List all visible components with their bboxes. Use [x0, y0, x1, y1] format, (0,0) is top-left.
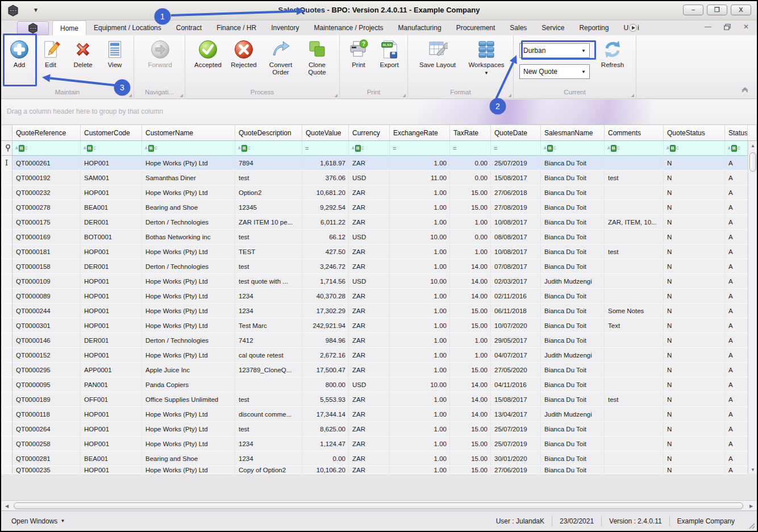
- filter-cell-customercode[interactable]: ABC: [81, 141, 142, 155]
- cell-exchangerate[interactable]: 1.00: [390, 289, 450, 303]
- application-menu-button[interactable]: [17, 21, 49, 35]
- cell-currency[interactable]: ZAR: [349, 289, 390, 303]
- edit-button[interactable]: Edit: [35, 38, 66, 69]
- cell-salesmanname[interactable]: Bianca Du Toit: [541, 363, 605, 377]
- cell-exchangerate[interactable]: 1.00: [390, 407, 450, 421]
- cell-customername[interactable]: Hope Works (Pty) Ltd: [142, 244, 235, 259]
- filter-pin-icon[interactable]: [1, 141, 13, 155]
- cell-quotedate[interactable]: 10/07/2020: [491, 318, 541, 332]
- cell-quotevalue[interactable]: 8,625.00: [302, 422, 349, 436]
- cell-customercode[interactable]: HOP001: [81, 304, 142, 318]
- cell-customername[interactable]: Bearing and Shoe: [142, 200, 235, 214]
- cell-quotevalue[interactable]: 66.12: [302, 230, 349, 244]
- cell-quotereference[interactable]: QT0000146: [13, 333, 81, 347]
- cell-quotereference[interactable]: QT0000175: [13, 215, 81, 229]
- tab-inventory[interactable]: Inventory: [264, 20, 306, 35]
- mdi-close-icon[interactable]: ✕: [743, 23, 749, 30]
- cell-customername[interactable]: Derton / Technologies: [142, 259, 235, 273]
- cell-salesmanname[interactable]: Bianca Du Toit: [541, 156, 605, 170]
- cell-customername[interactable]: Hope Works (Pty) Ltd: [142, 156, 235, 170]
- cell-customercode[interactable]: DER001: [81, 333, 142, 347]
- cell-quotedate[interactable]: 27/08/2019: [491, 200, 541, 214]
- cell-quotestatus[interactable]: N: [664, 156, 725, 170]
- cell-customercode[interactable]: SAM001: [81, 171, 142, 185]
- cell-taxrate[interactable]: 15.00: [450, 451, 491, 466]
- cell-taxrate[interactable]: 14.00: [450, 377, 491, 392]
- cell-quotedate[interactable]: 04/07/2017: [491, 348, 541, 362]
- cell-customername[interactable]: Panda Copiers: [142, 377, 235, 392]
- cell-salesmanname[interactable]: Bianca Du Toit: [541, 377, 605, 392]
- cell-quotevalue[interactable]: 17,344.14: [302, 407, 349, 421]
- cell-currency[interactable]: ZAR: [349, 392, 390, 406]
- filter-cell-status[interactable]: ABC: [725, 141, 748, 155]
- cell-salesmanname[interactable]: Bianca Du Toit: [541, 259, 605, 273]
- filter-cell-salesmanname[interactable]: ABC: [541, 141, 605, 155]
- cell-customername[interactable]: Hope Works (Pty) Ltd: [142, 274, 235, 288]
- cell-quotereference[interactable]: QT0000244: [13, 304, 81, 318]
- convert-order-button[interactable]: Convert Order: [261, 38, 300, 76]
- cell-comments[interactable]: [605, 289, 664, 303]
- cell-quotevalue[interactable]: 3,246.72: [302, 259, 349, 273]
- column-header-currency[interactable]: Currency: [349, 125, 390, 140]
- filter-cell-quotedate[interactable]: =: [491, 141, 541, 155]
- cell-quotedescription[interactable]: Copy of Option2: [235, 466, 302, 473]
- table-row[interactable]: QT0000158DER001Derton / Technologiestest…: [1, 259, 757, 274]
- cell-quotereference[interactable]: QT0000301: [13, 318, 81, 332]
- ribbon-collapse-icon[interactable]: [741, 85, 749, 95]
- vertical-scroll-thumb[interactable]: [749, 152, 756, 172]
- cell-comments[interactable]: [605, 156, 664, 170]
- cell-taxrate[interactable]: 15.00: [450, 318, 491, 332]
- cell-customername[interactable]: Derton / Technologies: [142, 333, 235, 347]
- cell-customercode[interactable]: HOP001: [81, 422, 142, 436]
- cell-salesmanname[interactable]: Bianca Du Toit: [541, 437, 605, 451]
- cell-quotedate[interactable]: 08/08/2017: [491, 230, 541, 244]
- cell-customercode[interactable]: HOP001: [81, 466, 142, 473]
- cell-comments[interactable]: [605, 451, 664, 466]
- group-by-panel[interactable]: Drag a column header here to group by th…: [1, 99, 757, 125]
- cell-customercode[interactable]: APP0001: [81, 363, 142, 377]
- table-row[interactable]: IQT0000261HOP001Hope Works (Pty) Ltd7894…: [1, 156, 757, 171]
- cell-taxrate[interactable]: 1.00: [450, 215, 491, 229]
- cell-quotedescription[interactable]: TEST: [235, 244, 302, 259]
- cell-currency[interactable]: ZAR: [349, 407, 390, 421]
- cell-taxrate[interactable]: 14.00: [450, 274, 491, 288]
- cell-quotevalue[interactable]: 1,618.97: [302, 156, 349, 170]
- dialog-launcher-icon[interactable]: ◢: [509, 93, 511, 97]
- cell-quotedescription[interactable]: Test Marc: [235, 318, 302, 332]
- cell-exchangerate[interactable]: 1.00: [390, 259, 450, 273]
- cell-taxrate[interactable]: 15.00: [450, 304, 491, 318]
- cell-comments[interactable]: [605, 259, 664, 273]
- maximize-button[interactable]: ❒: [707, 5, 727, 15]
- cell-salesmanname[interactable]: Judith Mudzengi: [541, 407, 605, 421]
- cell-comments[interactable]: Text: [605, 318, 664, 332]
- cell-taxrate[interactable]: 1.00: [450, 333, 491, 347]
- cell-exchangerate[interactable]: 1.00: [390, 304, 450, 318]
- column-header-status[interactable]: Status: [725, 125, 748, 140]
- filter-cell-taxrate[interactable]: =: [450, 141, 491, 155]
- cell-status[interactable]: A: [725, 289, 748, 303]
- column-header-quotevalue[interactable]: QuoteValue: [302, 125, 349, 140]
- cell-currency[interactable]: USD: [349, 274, 390, 288]
- print-button[interactable]: ? Print: [344, 38, 373, 69]
- cell-taxrate[interactable]: 14.00: [450, 289, 491, 303]
- cell-currency[interactable]: ZAR: [349, 466, 390, 473]
- cell-comments[interactable]: [605, 407, 664, 421]
- table-row[interactable]: QT0000109HOP001Hope Works (Pty) Ltdtest …: [1, 274, 757, 289]
- cell-status[interactable]: A: [725, 156, 748, 170]
- cell-status[interactable]: A: [725, 274, 748, 288]
- cell-customercode[interactable]: BEA001: [81, 451, 142, 466]
- table-row[interactable]: QT0000192SAM001Samanthas Dinertest376.06…: [1, 171, 757, 185]
- cell-exchangerate[interactable]: 10.00: [390, 377, 450, 392]
- cell-quotestatus[interactable]: N: [664, 377, 725, 392]
- column-header-quotedescription[interactable]: QuoteDescription: [235, 125, 302, 140]
- cell-quotevalue[interactable]: 376.06: [302, 171, 349, 185]
- quote-type-combobox[interactable]: New Quote▼: [519, 64, 590, 79]
- cell-currency[interactable]: ZAR: [349, 348, 390, 362]
- cell-quotedescription[interactable]: [235, 377, 302, 392]
- cell-quotevalue[interactable]: 10,106.20: [302, 466, 349, 473]
- dialog-launcher-icon[interactable]: ◢: [180, 93, 183, 97]
- cell-customercode[interactable]: HOP001: [81, 407, 142, 421]
- cell-status[interactable]: A: [725, 407, 748, 421]
- cell-salesmanname[interactable]: Judith Mudzengi: [541, 274, 605, 288]
- cell-exchangerate[interactable]: 1.00: [390, 363, 450, 377]
